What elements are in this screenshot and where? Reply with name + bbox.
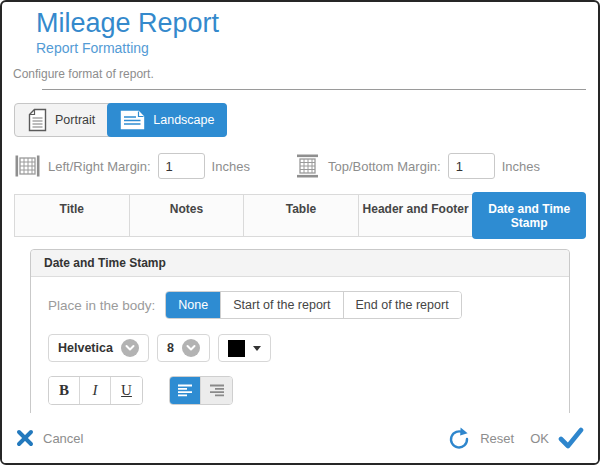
left-right-margin-group: Left/Right Margin: Inches xyxy=(14,153,250,179)
alignment-group xyxy=(169,376,233,405)
text-style-group: B I U xyxy=(48,376,143,405)
left-right-margin-input[interactable] xyxy=(158,153,205,179)
tab-title[interactable]: Title xyxy=(15,195,130,236)
panel-header: Date and Time Stamp xyxy=(31,250,569,277)
place-in-body-row: Place in the body: None Start of the rep… xyxy=(48,291,552,319)
ok-button[interactable]: OK xyxy=(530,427,584,449)
top-bottom-margin-icon xyxy=(294,153,321,179)
page-title: Mileage Report xyxy=(36,8,598,39)
cancel-button[interactable]: Cancel xyxy=(16,429,83,447)
page-subtitle: Report Formatting xyxy=(36,40,598,56)
place-option-none[interactable]: None xyxy=(166,292,221,318)
font-family-dropdown[interactable]: Helvetica xyxy=(48,334,149,362)
font-size-dropdown[interactable]: 8 xyxy=(157,334,210,362)
align-right-icon xyxy=(209,384,225,397)
place-option-end[interactable]: End of the report xyxy=(344,292,461,318)
landscape-button[interactable]: Landscape xyxy=(107,103,227,137)
bold-button[interactable]: B xyxy=(49,377,80,404)
date-time-stamp-panel: Date and Time Stamp Place in the body: N… xyxy=(30,249,570,421)
landscape-label: Landscape xyxy=(153,113,214,127)
top-bottom-margin-input[interactable] xyxy=(448,153,495,179)
reset-icon xyxy=(447,426,471,450)
portrait-button[interactable]: Portrait xyxy=(15,104,108,136)
chevron-down-icon xyxy=(121,339,139,357)
ok-label: OK xyxy=(530,431,549,446)
tab-date-and-time-stamp[interactable]: Date and Time Stamp xyxy=(472,192,586,239)
orientation-toggle: Portrait Landscape xyxy=(14,103,227,137)
align-left-button[interactable] xyxy=(170,377,201,404)
top-bottom-margin-group: Top/Bottom Margin: Inches xyxy=(294,153,540,179)
top-bottom-margin-unit: Inches xyxy=(502,159,540,174)
cancel-x-icon xyxy=(16,429,34,447)
dialog-footer: Cancel Reset OK xyxy=(2,413,598,463)
margins-row: Left/Right Margin: Inches Top/Bottom Mar… xyxy=(14,153,598,179)
reset-button[interactable]: Reset xyxy=(447,426,514,450)
font-size-value: 8 xyxy=(167,341,174,355)
description-text: Configure format of report. xyxy=(13,67,598,81)
underline-button[interactable]: U xyxy=(111,377,142,404)
footer-right: Reset OK xyxy=(447,426,584,450)
top-bottom-margin-label: Top/Bottom Margin: xyxy=(328,159,441,174)
place-in-body-group: None Start of the report End of the repo… xyxy=(165,291,461,319)
dialog-header: Mileage Report Report Formatting xyxy=(36,8,598,56)
portrait-page-icon xyxy=(28,108,47,132)
font-color-dropdown[interactable] xyxy=(218,334,271,362)
section-tabs: Title Notes Table Header and Footer Date… xyxy=(14,194,586,237)
tab-table[interactable]: Table xyxy=(244,195,359,236)
left-right-margin-label: Left/Right Margin: xyxy=(48,159,151,174)
italic-button[interactable]: I xyxy=(80,377,111,404)
chevron-down-icon xyxy=(182,339,200,357)
cancel-label: Cancel xyxy=(43,431,83,446)
ok-check-icon xyxy=(558,427,584,449)
portrait-label: Portrait xyxy=(55,113,95,127)
panel-body: Place in the body: None Start of the rep… xyxy=(31,277,569,420)
text-style-row: B I U xyxy=(48,376,552,405)
caret-down-icon xyxy=(253,346,261,351)
tab-header-and-footer[interactable]: Header and Footer xyxy=(359,195,474,236)
tab-notes[interactable]: Notes xyxy=(130,195,245,236)
align-left-icon xyxy=(177,384,193,397)
place-in-body-label: Place in the body: xyxy=(48,298,155,313)
font-family-value: Helvetica xyxy=(58,341,113,355)
font-color-swatch xyxy=(228,340,245,357)
report-formatting-dialog: Mileage Report Report Formatting Configu… xyxy=(0,0,600,465)
left-right-margin-unit: Inches xyxy=(212,159,250,174)
header-divider xyxy=(42,89,586,90)
place-option-start[interactable]: Start of the report xyxy=(221,292,343,318)
font-row: Helvetica 8 xyxy=(48,334,552,362)
align-right-button[interactable] xyxy=(201,377,232,404)
left-right-margin-icon xyxy=(14,153,41,179)
landscape-page-icon xyxy=(120,110,145,130)
reset-label: Reset xyxy=(480,431,514,446)
